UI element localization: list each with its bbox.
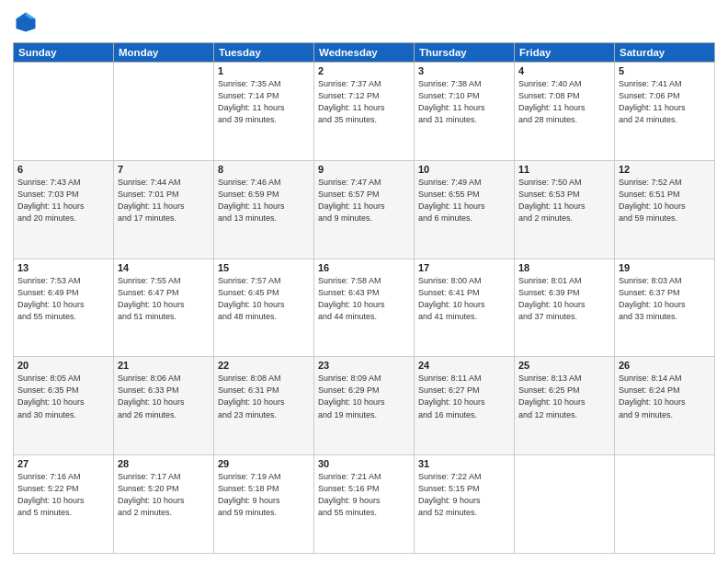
- calendar-cell: 20Sunrise: 8:05 AM Sunset: 6:35 PM Dayli…: [14, 357, 114, 455]
- day-info: Sunrise: 7:21 AM Sunset: 5:16 PM Dayligh…: [318, 471, 410, 519]
- header: [13, 9, 715, 35]
- calendar-week-2: 13Sunrise: 7:53 AM Sunset: 6:49 PM Dayli…: [14, 259, 715, 357]
- day-info: Sunrise: 7:19 AM Sunset: 5:18 PM Dayligh…: [218, 471, 310, 519]
- calendar-cell: [515, 455, 615, 554]
- day-info: Sunrise: 7:40 AM Sunset: 7:08 PM Dayligh…: [518, 78, 610, 126]
- day-number: 8: [218, 164, 310, 175]
- day-number: 15: [218, 262, 310, 273]
- day-number: 2: [318, 65, 410, 76]
- calendar-cell: 8Sunrise: 7:46 AM Sunset: 6:59 PM Daylig…: [214, 160, 314, 259]
- calendar-cell: 30Sunrise: 7:21 AM Sunset: 5:16 PM Dayli…: [314, 455, 415, 554]
- day-info: Sunrise: 8:00 AM Sunset: 6:41 PM Dayligh…: [418, 275, 510, 323]
- calendar-cell: 18Sunrise: 8:01 AM Sunset: 6:39 PM Dayli…: [515, 259, 615, 357]
- day-number: 25: [518, 360, 610, 371]
- calendar-table: SundayMondayTuesdayWednesdayThursdayFrid…: [13, 42, 715, 554]
- weekday-header-saturday: Saturday: [615, 43, 715, 63]
- day-info: Sunrise: 8:08 AM Sunset: 6:31 PM Dayligh…: [218, 373, 310, 420]
- weekday-header-row: SundayMondayTuesdayWednesdayThursdayFrid…: [14, 43, 715, 63]
- day-number: 17: [418, 262, 510, 273]
- weekday-header-sunday: Sunday: [14, 43, 114, 63]
- calendar-cell: [615, 455, 715, 554]
- day-info: Sunrise: 7:43 AM Sunset: 7:03 PM Dayligh…: [17, 177, 109, 224]
- day-info: Sunrise: 7:50 AM Sunset: 6:53 PM Dayligh…: [518, 177, 610, 224]
- logo-icon: [13, 9, 39, 35]
- calendar-week-0: 1Sunrise: 7:35 AM Sunset: 7:14 PM Daylig…: [14, 63, 715, 161]
- calendar-cell: 28Sunrise: 7:17 AM Sunset: 5:20 PM Dayli…: [114, 455, 214, 554]
- calendar-cell: 27Sunrise: 7:16 AM Sunset: 5:22 PM Dayli…: [14, 455, 114, 554]
- calendar-cell: 17Sunrise: 8:00 AM Sunset: 6:41 PM Dayli…: [415, 259, 515, 357]
- day-info: Sunrise: 8:06 AM Sunset: 6:33 PM Dayligh…: [118, 373, 210, 420]
- day-number: 27: [17, 458, 109, 469]
- day-number: 24: [418, 360, 510, 371]
- calendar-cell: [14, 63, 114, 161]
- calendar-week-1: 6Sunrise: 7:43 AM Sunset: 7:03 PM Daylig…: [14, 160, 715, 259]
- day-number: 16: [318, 262, 410, 273]
- day-info: Sunrise: 8:13 AM Sunset: 6:25 PM Dayligh…: [518, 373, 610, 420]
- day-number: 18: [518, 262, 610, 273]
- weekday-header-thursday: Thursday: [415, 43, 515, 63]
- weekday-header-wednesday: Wednesday: [314, 43, 415, 63]
- day-number: 5: [619, 65, 711, 76]
- day-info: Sunrise: 7:49 AM Sunset: 6:55 PM Dayligh…: [418, 177, 510, 224]
- day-info: Sunrise: 7:58 AM Sunset: 6:43 PM Dayligh…: [318, 275, 410, 323]
- day-number: 9: [318, 164, 410, 175]
- calendar-cell: 15Sunrise: 7:57 AM Sunset: 6:45 PM Dayli…: [214, 259, 314, 357]
- day-number: 20: [17, 360, 109, 371]
- calendar-cell: 24Sunrise: 8:11 AM Sunset: 6:27 PM Dayli…: [415, 357, 515, 455]
- calendar-cell: 16Sunrise: 7:58 AM Sunset: 6:43 PM Dayli…: [314, 259, 415, 357]
- day-info: Sunrise: 8:03 AM Sunset: 6:37 PM Dayligh…: [619, 275, 711, 323]
- day-info: Sunrise: 7:57 AM Sunset: 6:45 PM Dayligh…: [218, 275, 310, 323]
- day-info: Sunrise: 7:38 AM Sunset: 7:10 PM Dayligh…: [418, 78, 510, 126]
- day-info: Sunrise: 7:35 AM Sunset: 7:14 PM Dayligh…: [218, 78, 310, 126]
- calendar-cell: 22Sunrise: 8:08 AM Sunset: 6:31 PM Dayli…: [214, 357, 314, 455]
- weekday-header-monday: Monday: [114, 43, 214, 63]
- calendar-week-3: 20Sunrise: 8:05 AM Sunset: 6:35 PM Dayli…: [14, 357, 715, 455]
- calendar-cell: 9Sunrise: 7:47 AM Sunset: 6:57 PM Daylig…: [314, 160, 415, 259]
- day-info: Sunrise: 7:44 AM Sunset: 7:01 PM Dayligh…: [118, 177, 210, 224]
- day-info: Sunrise: 8:05 AM Sunset: 6:35 PM Dayligh…: [17, 373, 109, 420]
- day-info: Sunrise: 7:53 AM Sunset: 6:49 PM Dayligh…: [17, 275, 109, 323]
- day-number: 21: [118, 360, 210, 371]
- day-number: 10: [418, 164, 510, 175]
- calendar-cell: 25Sunrise: 8:13 AM Sunset: 6:25 PM Dayli…: [515, 357, 615, 455]
- calendar-cell: 26Sunrise: 8:14 AM Sunset: 6:24 PM Dayli…: [615, 357, 715, 455]
- day-number: 28: [118, 458, 210, 469]
- day-info: Sunrise: 7:17 AM Sunset: 5:20 PM Dayligh…: [118, 471, 210, 519]
- calendar-cell: 5Sunrise: 7:41 AM Sunset: 7:06 PM Daylig…: [615, 63, 715, 161]
- day-info: Sunrise: 8:14 AM Sunset: 6:24 PM Dayligh…: [619, 373, 711, 420]
- day-number: 3: [418, 65, 510, 76]
- calendar-cell: 10Sunrise: 7:49 AM Sunset: 6:55 PM Dayli…: [415, 160, 515, 259]
- weekday-header-tuesday: Tuesday: [214, 43, 314, 63]
- calendar-cell: 23Sunrise: 8:09 AM Sunset: 6:29 PM Dayli…: [314, 357, 415, 455]
- day-info: Sunrise: 8:01 AM Sunset: 6:39 PM Dayligh…: [518, 275, 610, 323]
- calendar-cell: 11Sunrise: 7:50 AM Sunset: 6:53 PM Dayli…: [515, 160, 615, 259]
- day-info: Sunrise: 7:41 AM Sunset: 7:06 PM Dayligh…: [619, 78, 711, 126]
- day-number: 29: [218, 458, 310, 469]
- day-number: 14: [118, 262, 210, 273]
- calendar-page: SundayMondayTuesdayWednesdayThursdayFrid…: [0, 0, 728, 563]
- weekday-header-friday: Friday: [515, 43, 615, 63]
- calendar-cell: 12Sunrise: 7:52 AM Sunset: 6:51 PM Dayli…: [615, 160, 715, 259]
- calendar-cell: 4Sunrise: 7:40 AM Sunset: 7:08 PM Daylig…: [515, 63, 615, 161]
- day-number: 11: [518, 164, 610, 175]
- day-info: Sunrise: 7:52 AM Sunset: 6:51 PM Dayligh…: [619, 177, 711, 224]
- day-number: 23: [318, 360, 410, 371]
- day-number: 7: [118, 164, 210, 175]
- calendar-cell: 3Sunrise: 7:38 AM Sunset: 7:10 PM Daylig…: [415, 63, 515, 161]
- day-number: 12: [619, 164, 711, 175]
- day-number: 4: [518, 65, 610, 76]
- day-number: 22: [218, 360, 310, 371]
- calendar-week-4: 27Sunrise: 7:16 AM Sunset: 5:22 PM Dayli…: [14, 455, 715, 554]
- day-number: 26: [619, 360, 711, 371]
- calendar-cell: 31Sunrise: 7:22 AM Sunset: 5:15 PM Dayli…: [415, 455, 515, 554]
- day-info: Sunrise: 7:16 AM Sunset: 5:22 PM Dayligh…: [17, 471, 109, 519]
- day-number: 19: [619, 262, 711, 273]
- day-info: Sunrise: 8:11 AM Sunset: 6:27 PM Dayligh…: [418, 373, 510, 420]
- day-info: Sunrise: 7:37 AM Sunset: 7:12 PM Dayligh…: [318, 78, 410, 126]
- calendar-cell: 29Sunrise: 7:19 AM Sunset: 5:18 PM Dayli…: [214, 455, 314, 554]
- day-info: Sunrise: 7:46 AM Sunset: 6:59 PM Dayligh…: [218, 177, 310, 224]
- day-number: 13: [17, 262, 109, 273]
- day-number: 31: [418, 458, 510, 469]
- day-number: 30: [318, 458, 410, 469]
- calendar-cell: 21Sunrise: 8:06 AM Sunset: 6:33 PM Dayli…: [114, 357, 214, 455]
